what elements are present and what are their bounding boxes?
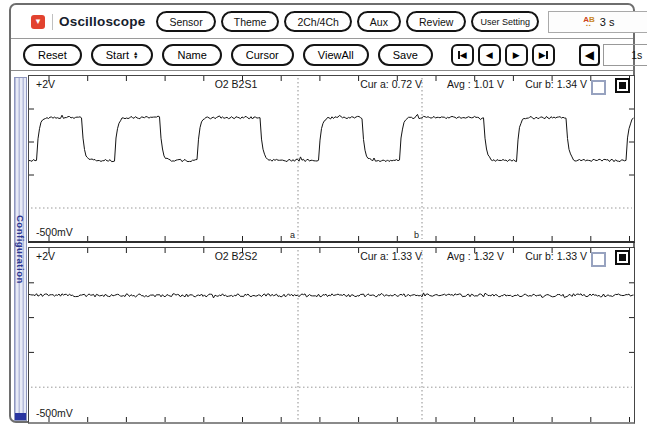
step-forward-icon: ▶ bbox=[513, 50, 520, 60]
sensor-button[interactable]: Sensor bbox=[156, 11, 215, 32]
name-button[interactable]: Name bbox=[162, 44, 221, 66]
ch1-cursor-a-reading: Cur a: 0.72 V bbox=[360, 78, 422, 90]
channel-1-waveform-plot bbox=[29, 76, 634, 241]
start-label: Start bbox=[106, 49, 129, 61]
timebase-control: ◀ 1s ▶ bbox=[579, 44, 647, 66]
top-toolbar: ▾ Oscilloscope Sensor Theme 2Ch/4Ch Aux … bbox=[11, 5, 633, 39]
cursor-a-label[interactable]: a bbox=[290, 230, 295, 240]
user-setting-button[interactable]: User Setting bbox=[471, 11, 539, 32]
sidebar-configuration-tab[interactable]: Configuration bbox=[14, 77, 27, 421]
ch2-avg-reading: Avg : 1.32 V bbox=[447, 250, 504, 262]
ch2-name-label: O2 B2S2 bbox=[215, 250, 258, 262]
channel-1-panel: +2V O2 B2S1 Cur a: 0.72 V Avg : 1.01 V C… bbox=[28, 75, 635, 243]
left-arrow-icon: ◀ bbox=[585, 48, 594, 62]
aux-button[interactable]: Aux bbox=[357, 11, 401, 32]
timebase-value[interactable]: 1s bbox=[603, 44, 647, 66]
save-button[interactable]: Save bbox=[378, 44, 433, 66]
record-time-value: 3 s bbox=[600, 16, 615, 28]
skip-to-start-button[interactable]: ◀ bbox=[451, 44, 474, 66]
ch1-vtop-label: +2V bbox=[36, 78, 55, 90]
ch1-vbottom-label: -500mV bbox=[36, 226, 73, 238]
down-triangle-icon: ▾ bbox=[36, 17, 41, 26]
app-title: Oscilloscope bbox=[59, 14, 145, 29]
step-back-button[interactable]: ◀ bbox=[478, 44, 501, 66]
channel-mode-button[interactable]: 2Ch/4Ch bbox=[284, 11, 351, 32]
controls-toolbar: Reset Start ▲▼ Name Cursor ViewAll Save … bbox=[11, 40, 633, 71]
ch2-vtop-label: +2V bbox=[36, 250, 55, 262]
timebase-decrease-button[interactable]: ◀ bbox=[579, 44, 600, 66]
channel-2-panel: +2V O2 B2S2 Cur a: 1.33 V Avg : 1.32 V C… bbox=[28, 247, 635, 424]
theme-button[interactable]: Theme bbox=[221, 11, 280, 32]
ch2-vbottom-label: -500mV bbox=[36, 407, 73, 419]
channel-2-waveform-plot bbox=[29, 248, 634, 422]
ch1-unchecked-checkbox[interactable] bbox=[591, 80, 606, 95]
divider bbox=[52, 14, 53, 30]
ch2-cursor-a-reading: Cur a: 1.33 V bbox=[360, 250, 422, 262]
cursor-b-label[interactable]: b bbox=[414, 230, 419, 240]
ch1-name-label: O2 B2S1 bbox=[215, 78, 258, 90]
step-back-icon: ◀ bbox=[486, 50, 493, 60]
ch2-unchecked-checkbox[interactable] bbox=[591, 252, 606, 267]
ch1-checked-checkbox[interactable] bbox=[615, 78, 630, 93]
transport-controls: ◀ ◀ ▶ ▶ bbox=[451, 44, 559, 66]
start-dropdown[interactable]: Start ▲▼ bbox=[91, 44, 154, 66]
step-forward-button[interactable]: ▶ bbox=[505, 44, 528, 66]
oscilloscope-window: ▾ Oscilloscope Sensor Theme 2Ch/4Ch Aux … bbox=[9, 3, 635, 423]
ch2-cursor-b-reading: Cur b: 1.33 V bbox=[525, 250, 587, 262]
ch1-avg-reading: Avg : 1.01 V bbox=[447, 78, 504, 90]
skip-to-end-button[interactable]: ▶ bbox=[532, 44, 555, 66]
sidebar-label: Configuration bbox=[15, 215, 26, 284]
review-button[interactable]: Review bbox=[406, 11, 466, 32]
cursor-button[interactable]: Cursor bbox=[231, 44, 294, 66]
updown-spinner-icon: ▲▼ bbox=[133, 51, 138, 60]
viewall-button[interactable]: ViewAll bbox=[303, 44, 369, 66]
sidebar-bottom-cap bbox=[15, 413, 26, 420]
ch1-cursor-b-reading: Cur b: 1.34 V bbox=[525, 78, 587, 90]
skip-end-icon: ▶ bbox=[539, 50, 546, 60]
reset-button[interactable]: Reset bbox=[23, 44, 82, 66]
app-menu-icon[interactable]: ▾ bbox=[31, 15, 45, 29]
skip-start-icon: ◀ bbox=[460, 50, 467, 60]
ch2-checked-checkbox[interactable] bbox=[615, 250, 630, 265]
ab-cursor-icon: AB ▪▪ bbox=[583, 16, 595, 27]
record-time-display[interactable]: AB ▪▪ 3 s bbox=[548, 11, 647, 33]
